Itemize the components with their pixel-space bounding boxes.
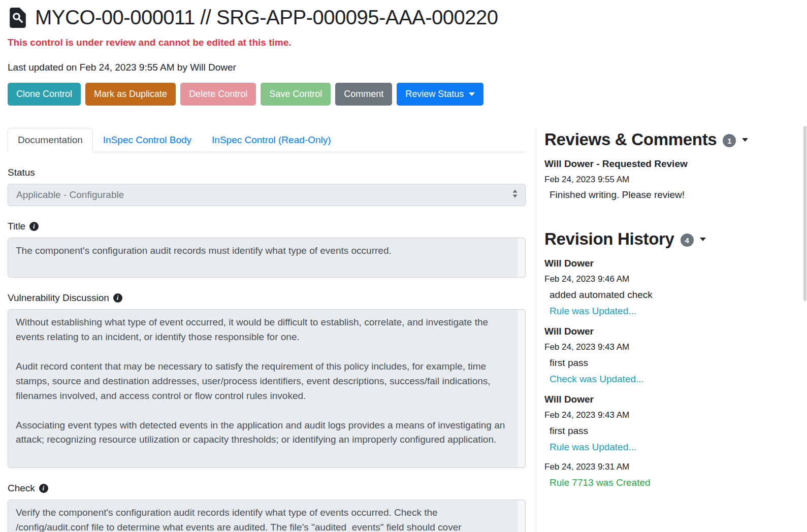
revision-history-title: Revision History bbox=[544, 229, 674, 249]
reviews-count-badge: 1 bbox=[723, 134, 736, 147]
history-author: Will Dower bbox=[544, 394, 794, 405]
review-message: Finished writing. Please review! bbox=[544, 189, 794, 201]
title-textarea: The component's configuration audit reco… bbox=[8, 238, 526, 278]
review-lock-warning: This control is under review and cannot … bbox=[8, 37, 799, 48]
history-author: Will Dower bbox=[544, 326, 794, 337]
info-icon: i bbox=[113, 293, 122, 303]
history-message: first pass bbox=[544, 425, 794, 437]
documentation-panel: Documentation InSpec Control Body InSpec… bbox=[8, 128, 526, 532]
file-search-icon bbox=[8, 7, 28, 29]
history-entry: Will Dower Feb 24, 2023 9:43 AM first pa… bbox=[544, 394, 794, 453]
review-status-label: Review Status bbox=[405, 88, 464, 100]
title-label: Title i bbox=[8, 221, 526, 232]
check-updated-link[interactable]: Check was Updated... bbox=[544, 374, 794, 385]
history-message: first pass bbox=[544, 357, 794, 369]
tab-inspec-control-read-only[interactable]: InSpec Control (Read-Only) bbox=[202, 128, 341, 152]
delete-control-button[interactable]: Delete Control bbox=[180, 83, 256, 106]
rule-updated-link[interactable]: Rule was Updated... bbox=[544, 306, 794, 317]
page-scrollbar[interactable] bbox=[803, 126, 806, 301]
status-select-value: Applicable - Configurable bbox=[16, 189, 124, 201]
reviews-comments-section: Reviews & Comments 1 Will Dower - Reques… bbox=[544, 130, 794, 201]
comment-button[interactable]: Comment bbox=[335, 83, 392, 106]
history-entry: Feb 24, 2023 9:31 AM Rule 7713 was Creat… bbox=[544, 462, 794, 488]
review-entry: Will Dower - Requested Review Feb 24, 20… bbox=[544, 158, 794, 201]
last-updated-text: Last updated on Feb 24, 2023 9:55 AM by … bbox=[8, 62, 799, 73]
revision-history-section: Revision History 4 Will Dower Feb 24, 20… bbox=[544, 229, 794, 488]
vulnerability-discussion-textarea: Without establishing what type of event … bbox=[8, 309, 526, 468]
mark-as-duplicate-button[interactable]: Mark as Duplicate bbox=[85, 83, 176, 106]
reviews-comments-title: Reviews & Comments bbox=[544, 130, 717, 149]
info-icon: i bbox=[29, 222, 39, 231]
history-message: added automated check bbox=[544, 289, 794, 301]
info-icon: i bbox=[39, 484, 48, 493]
tab-inspec-control-body[interactable]: InSpec Control Body bbox=[93, 128, 202, 152]
check-textarea: Verify the component's configuration aud… bbox=[8, 500, 526, 532]
history-entry: Will Dower Feb 24, 2023 9:43 AM first pa… bbox=[544, 326, 794, 385]
history-count-badge: 4 bbox=[681, 234, 694, 247]
review-author: Will Dower - Requested Review bbox=[544, 158, 794, 170]
history-author: Will Dower bbox=[544, 258, 794, 269]
save-control-button[interactable]: Save Control bbox=[261, 83, 331, 106]
activity-sidebar: Reviews & Comments 1 Will Dower - Reques… bbox=[536, 128, 799, 532]
tab-bar: Documentation InSpec Control Body InSpec… bbox=[8, 128, 526, 152]
revision-history-heading: Revision History 4 bbox=[544, 229, 794, 249]
select-updown-icon bbox=[512, 189, 518, 201]
check-label: Check i bbox=[8, 483, 526, 494]
rule-updated-link[interactable]: Rule was Updated... bbox=[544, 442, 794, 453]
history-date: Feb 24, 2023 9:46 AM bbox=[544, 274, 794, 284]
clone-control-label: Clone Control bbox=[16, 88, 72, 100]
review-status-dropdown-button[interactable]: Review Status bbox=[397, 83, 483, 106]
history-date: Feb 24, 2023 9:43 AM bbox=[544, 342, 794, 352]
comment-label: Comment bbox=[344, 88, 383, 100]
status-select: Applicable - Configurable bbox=[8, 184, 526, 206]
chevron-down-icon[interactable] bbox=[742, 138, 748, 142]
toolbar: Clone Control Mark as Duplicate Delete C… bbox=[8, 83, 799, 106]
reviews-comments-heading: Reviews & Comments 1 bbox=[544, 130, 794, 149]
control-editor-page: MYCO-00-000011 // SRG-APP-000095-AAA-000… bbox=[0, 0, 807, 532]
delete-control-label: Delete Control bbox=[189, 88, 247, 100]
rule-created-link[interactable]: Rule 7713 was Created bbox=[544, 477, 794, 488]
status-label: Status bbox=[8, 167, 526, 178]
history-date: Feb 24, 2023 9:31 AM bbox=[544, 462, 794, 472]
chevron-down-icon[interactable] bbox=[700, 238, 706, 241]
clone-control-button[interactable]: Clone Control bbox=[8, 83, 81, 106]
tab-documentation[interactable]: Documentation bbox=[8, 128, 93, 152]
save-control-label: Save Control bbox=[269, 88, 322, 100]
content-area: Documentation InSpec Control Body InSpec… bbox=[8, 128, 799, 532]
review-date: Feb 24, 2023 9:55 AM bbox=[544, 175, 794, 185]
chevron-down-icon bbox=[469, 92, 475, 96]
header: MYCO-00-000011 // SRG-APP-000095-AAA-000… bbox=[8, 6, 799, 29]
mark-as-duplicate-label: Mark as Duplicate bbox=[94, 88, 167, 100]
history-date: Feb 24, 2023 9:43 AM bbox=[544, 410, 794, 420]
page-title: MYCO-00-000011 // SRG-APP-000095-AAA-000… bbox=[35, 6, 498, 29]
history-entry: Will Dower Feb 24, 2023 9:46 AM added au… bbox=[544, 258, 794, 317]
vulnerability-discussion-label: Vulnerability Discussion i bbox=[8, 292, 526, 304]
